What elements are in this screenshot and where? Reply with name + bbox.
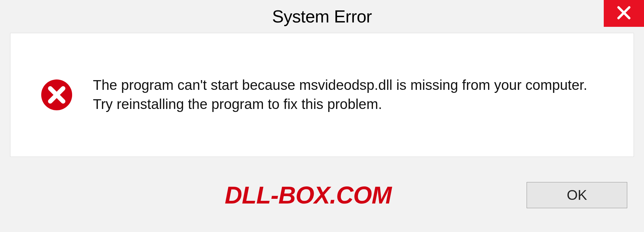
content-panel: The program can't start because msvideod… [10, 33, 634, 157]
watermark-text: DLL-BOX.COM [225, 181, 391, 209]
error-icon [41, 79, 73, 111]
dialog-title: System Error [272, 6, 372, 26]
ok-button[interactable]: OK [527, 182, 627, 208]
footer: DLL-BOX.COM OK [0, 165, 644, 232]
titlebar: System Error [0, 0, 644, 33]
close-icon [616, 5, 631, 21]
error-message: The program can't start because msvideod… [93, 76, 596, 114]
close-button[interactable] [604, 0, 644, 27]
